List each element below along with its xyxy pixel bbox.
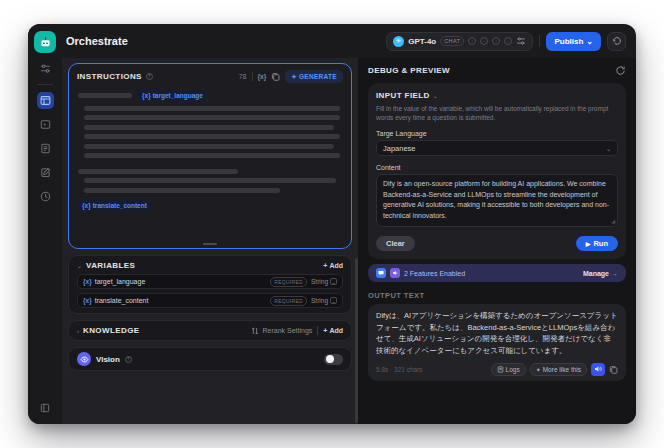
variable-name: translate_content [95,297,149,304]
sparkle-icon: ✦ [291,73,297,81]
model-capability-icon-2: ◦ [480,37,488,45]
variable-row-translate-content[interactable]: {x} translate_content REQUIRED String ⌄ [77,293,343,308]
sidebar-item-monitoring[interactable] [37,188,54,205]
rerank-settings-button[interactable]: Rerank Settings [251,327,312,335]
sidebar-divider [37,84,53,85]
redacted-line [78,93,132,98]
history-button[interactable] [607,32,626,51]
knowledge-header[interactable]: › KNOWLEDGE Rerank Settings + Add [77,326,343,335]
content-value: Dify is an open-source platform for buil… [383,180,609,219]
more-like-this-button[interactable]: ✦ More like this [530,363,587,376]
variable-row-target-language[interactable]: {x} target_language REQUIRED String ⌄ [77,274,343,289]
page-title: Orchestrate [66,35,128,47]
arrow-right-icon: → [611,270,618,277]
sidebar [28,24,62,424]
run-button[interactable]: ▶ Run [576,236,618,251]
action-row: Clear ▶ Run [376,236,618,251]
chevron-down-icon: ⌄ [433,92,438,99]
variable-chip-target-language[interactable]: {x} target_language [138,90,207,101]
conversation-opener-icon [376,268,386,278]
knowledge-title: KNOWLEDGE [83,326,140,335]
add-label: Add [329,327,343,334]
features-enabled-label: 2 Features Enabled [404,270,465,277]
chevron-down-icon: ⌄ [586,37,593,46]
features-bar[interactable]: 2 Features Enabled Manage → [368,264,626,282]
add-knowledge-button[interactable]: + Add [323,327,343,334]
scrollbar-thumb[interactable] [355,258,358,423]
sidebar-item-logs[interactable] [37,140,54,157]
model-params-icon[interactable] [516,36,526,46]
input-field-header[interactable]: INPUT FIELD ⌄ [376,91,618,100]
publish-button[interactable]: Publish ⌄ [546,32,601,51]
copy-icon[interactable] [271,72,280,81]
chevron-down-icon: ⌄ [77,262,82,269]
vision-card: Vision ? [68,347,352,371]
insert-variable-icon[interactable]: {x} [258,73,267,80]
run-label: Run [593,239,608,248]
model-selector[interactable]: ✳ GPT-4o CHAT ◦ ◦ ◦ ◦ [386,32,533,51]
speaker-button[interactable] [591,363,605,376]
manage-features-button[interactable]: Manage → [583,270,618,277]
instructions-panel[interactable]: INSTRUCTIONS ? 78 {x} ✦ GENERATE [68,63,352,249]
speaker-icon [594,365,602,373]
target-language-select[interactable]: Japanese ⌄ [376,140,618,156]
variable-type: String ⌄ [311,297,337,304]
copy-output-button[interactable] [609,365,618,374]
output-card: Difyは、AIアプリケーションを構築するためのオープンソースプラットフォームで… [368,304,626,381]
rerank-label: Rerank Settings [262,327,312,334]
sidebar-item-annotation[interactable] [37,164,54,181]
content-textarea[interactable]: Dify is an open-source platform for buil… [376,174,618,227]
vision-eye-icon [77,352,91,366]
manage-label: Manage [583,270,609,277]
logs-button[interactable]: Logs [491,363,526,376]
clear-button[interactable]: Clear [376,236,415,251]
redacted-line [84,188,280,193]
target-language-label: Targe Language [376,130,618,137]
publish-label: Publish [554,37,583,46]
generate-button[interactable]: ✦ GENERATE [285,70,343,83]
variable-label: target_language [153,92,203,99]
redacted-line [84,106,340,111]
vision-toggle[interactable] [324,354,343,365]
variable-chip-translate-content[interactable]: {x} translate_content [78,200,151,211]
help-icon: ? [146,73,153,80]
variables-header[interactable]: ⌄ VARIABLES + Add [77,261,343,270]
plus-icon: + [323,327,327,334]
model-tune-icon[interactable] [37,60,54,77]
sidebar-item-orchestrate[interactable] [37,92,54,109]
redacted-line [84,153,340,158]
variable-prefix: {x} [142,92,151,99]
restart-button[interactable] [615,65,626,76]
type-select-icon[interactable]: ⌄ [330,278,337,285]
sidebar-item-preview[interactable] [37,116,54,133]
type-label: String [311,297,328,304]
add-label: Add [329,262,343,269]
redacted-line [84,115,340,120]
knowledge-card: › KNOWLEDGE Rerank Settings + Add [68,320,352,341]
variable-meta: REQUIRED String ⌄ [270,296,337,306]
redacted-line [84,134,340,139]
input-field-title: INPUT FIELD [376,91,430,100]
required-badge: REQUIRED [270,296,307,306]
collapse-panel-icon[interactable] [37,399,54,416]
main-area: Orchestrate ✳ GPT-4o CHAT ◦ ◦ ◦ ◦ Publis… [62,24,636,424]
model-capability-icon-1: ◦ [468,37,476,45]
char-count: 78 [239,73,247,80]
output-actions: Logs ✦ More like this [491,363,618,376]
prompt-editor[interactable]: {x} target_language [69,87,351,214]
output-text: Difyは、AIアプリケーションを構築するためのオープンソースプラットフォームで… [376,310,618,357]
redacted-line [84,178,336,183]
variable-meta: REQUIRED String ⌄ [270,277,337,287]
history-icon [612,36,622,46]
output-text-title: OUTPUT TEXT [368,291,626,300]
resize-grip-icon[interactable]: ◢ [611,218,615,226]
text-to-speech-icon [390,268,400,278]
variable-type: String ⌄ [311,278,337,285]
resize-handle[interactable] [203,243,217,246]
redacted-line [84,125,334,130]
add-variable-button[interactable]: + Add [323,262,343,269]
model-provider-icon: ✳ [393,36,404,47]
app-logo-robot-icon[interactable] [34,31,56,53]
type-select-icon[interactable]: ⌄ [330,297,337,304]
model-mode-badge: CHAT [440,36,464,46]
